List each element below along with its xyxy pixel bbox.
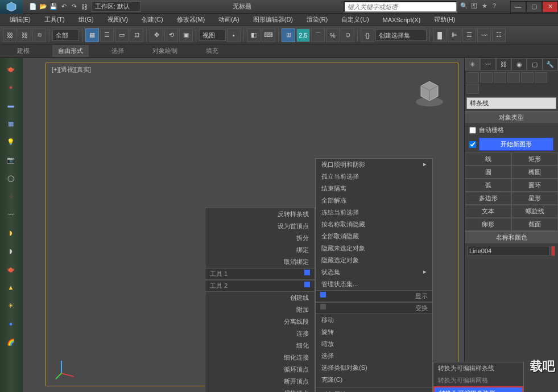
close-button[interactable]: ✕ [542, 1, 558, 13]
ctx-reverse-spline[interactable]: 反转样条线 [205, 208, 315, 220]
viewport-label[interactable]: [+][透视][真实] [52, 65, 91, 74]
rollout-name-color[interactable]: 名称和颜色 [465, 231, 558, 244]
geometry-subtab-icon[interactable] [466, 72, 479, 82]
link-tool-icon[interactable]: ⛓ [3, 28, 16, 42]
cameras-subtab-icon[interactable] [507, 72, 520, 82]
startshape-checkbox[interactable] [469, 141, 476, 148]
ctx-cycle-verts[interactable]: 循环顶点 [205, 364, 315, 376]
align-icon[interactable]: ⊫ [448, 28, 461, 42]
viewcube[interactable] [412, 75, 447, 109]
object-name-field[interactable] [468, 246, 549, 256]
link-icon[interactable]: ⛓ [80, 2, 89, 11]
ctx-unhide-all[interactable]: 全部取消隐藏 [316, 230, 432, 242]
color-swatch[interactable] [551, 246, 555, 256]
select-tool-icon[interactable]: ▦ [85, 28, 99, 42]
sun-icon[interactable]: ☀ [2, 299, 19, 312]
display-tab-icon[interactable]: ▢ [527, 58, 542, 71]
ctx-attach[interactable]: 附加 [205, 304, 315, 316]
ctx-rotate[interactable]: 旋转 [316, 326, 432, 338]
ctx-move[interactable]: 移动 [316, 314, 432, 326]
ctx-freeze-sel[interactable]: 冻结当前选择 [316, 207, 432, 218]
select-name-icon[interactable]: ☰ [100, 28, 114, 42]
ctx-bind[interactable]: 绑定 [205, 244, 315, 256]
selection-filter-dropdown[interactable]: 全部 [52, 30, 79, 41]
menu-views[interactable]: 视图(V) [101, 14, 135, 26]
ctx-create-line[interactable]: 创建线 [205, 292, 315, 304]
shape-star[interactable]: 星形 [511, 192, 558, 205]
move-tool-icon[interactable]: ✥ [150, 28, 163, 42]
shape-section[interactable]: 截面 [511, 218, 558, 231]
blue-dot-icon[interactable]: ● [2, 317, 19, 330]
ctx-make-first[interactable]: 设为首顶点 [205, 220, 315, 232]
menu-render[interactable]: 渲染(R) [300, 14, 334, 26]
curve-icon[interactable]: 〰 [2, 208, 19, 221]
ctx-clone[interactable]: 克隆(C) [316, 374, 432, 386]
grid-icon[interactable]: ▦ [2, 117, 19, 130]
shape-ellipse[interactable]: 椭圆 [511, 166, 558, 179]
percent-snap-icon[interactable]: % [326, 28, 340, 42]
search-input[interactable] [344, 1, 457, 13]
ctx-select-similar[interactable]: 选择类似对象(S) [316, 362, 432, 374]
shape-text[interactable]: 文本 [465, 205, 511, 218]
ribbon-objpaint[interactable]: 对象绘制 [147, 45, 183, 57]
redo-icon[interactable]: ↷ [69, 2, 78, 11]
minimize-button[interactable]: — [510, 1, 526, 13]
teapot2-icon[interactable]: 🫖 [2, 263, 19, 275]
create-tab-icon[interactable]: ✳ [465, 58, 480, 71]
menu-create[interactable]: 创建(C) [135, 14, 170, 26]
hierarchy-tab-icon[interactable]: ⛓ [496, 58, 511, 71]
save-icon[interactable]: 💾 [49, 2, 58, 11]
undo-icon[interactable]: ↶ [59, 2, 68, 11]
menu-maxscript[interactable]: MAXScript(X) [376, 15, 428, 25]
scale-tool-icon[interactable]: ▣ [179, 28, 193, 42]
curve-editor-icon[interactable]: 〰 [477, 28, 491, 42]
ctx-vp-lighting[interactable]: 视口照明和阴影 [316, 159, 432, 171]
menu-edit[interactable]: 编辑(E) [3, 14, 38, 26]
menu-customize[interactable]: 自定义(U) [334, 14, 375, 26]
ribbon-populate[interactable]: 填充 [200, 45, 224, 57]
shape-line[interactable]: 线 [465, 152, 511, 166]
named-sets-icon[interactable]: {} [361, 28, 374, 42]
shape-ngon[interactable]: 多边形 [465, 192, 511, 205]
angle-snap-value[interactable]: 2.5 [296, 28, 310, 42]
camera-icon[interactable]: 📷 [2, 154, 19, 166]
ctx-divide[interactable]: 拆分 [205, 232, 315, 244]
open-icon[interactable]: 📂 [39, 2, 48, 11]
window-crossing-icon[interactable]: ⊡ [130, 28, 143, 42]
ctx-to-poly[interactable]: 转换为可编辑多边形 [433, 386, 523, 392]
dome-icon[interactable]: ◗ [2, 226, 19, 239]
rotate-tool-icon[interactable]: ⟲ [164, 28, 178, 42]
modify-tab-icon[interactable]: 〰 [480, 58, 495, 71]
shapes-subtab-icon[interactable] [480, 72, 493, 82]
rainbow-icon[interactable]: 🌈 [2, 336, 19, 348]
light-icon[interactable]: 💡 [2, 135, 19, 148]
menu-tools[interactable]: 工具(T) [38, 14, 72, 26]
ctx-refine[interactable]: 细化 [205, 340, 315, 352]
ctx-select[interactable]: 选择 [316, 350, 432, 362]
select-region-icon[interactable]: ▭ [115, 28, 129, 42]
dome2-icon[interactable]: ◗ [2, 245, 19, 257]
ctx-state-sets[interactable]: 状态集 [316, 266, 432, 278]
pivot-icon[interactable]: ▪ [227, 28, 241, 42]
spinner-snap-icon[interactable]: ⊙ [341, 28, 354, 42]
ctx-manage-states[interactable]: 管理状态集... [316, 278, 432, 290]
sphere-icon[interactable]: ● [2, 81, 19, 93]
ctx-isolate[interactable]: 孤立当前选择 [316, 171, 432, 183]
menu-help[interactable]: 帮助(H) [427, 14, 462, 26]
ctx-scale[interactable]: 缩放 [316, 338, 432, 350]
ctx-hide-unsel[interactable]: 隐藏未选定对象 [316, 242, 432, 254]
mirror-icon[interactable]: ▐▌ [433, 28, 447, 42]
utilities-tab-icon[interactable]: 🔧 [543, 58, 558, 71]
binoculars-icon[interactable]: 🔍 [460, 2, 469, 11]
key-icon[interactable]: ⚿ [471, 2, 480, 11]
helpers-subtab-icon[interactable] [521, 72, 534, 82]
ctx-to-mesh[interactable]: 转换为可编辑网格 [433, 374, 523, 386]
shape-donut[interactable]: 圆环 [511, 179, 558, 192]
manipulate-icon[interactable]: ◧ [247, 28, 261, 42]
shape-arc[interactable]: 弧 [465, 179, 511, 192]
new-icon[interactable]: 📄 [28, 2, 38, 11]
menu-animation[interactable]: 动画(A) [212, 14, 246, 26]
category-dropdown[interactable]: 样条线 [466, 97, 556, 109]
start-new-shape-button[interactable]: 开始新图形 [479, 138, 553, 151]
ctx-weld-verts[interactable]: 焊接顶点 [205, 387, 315, 392]
